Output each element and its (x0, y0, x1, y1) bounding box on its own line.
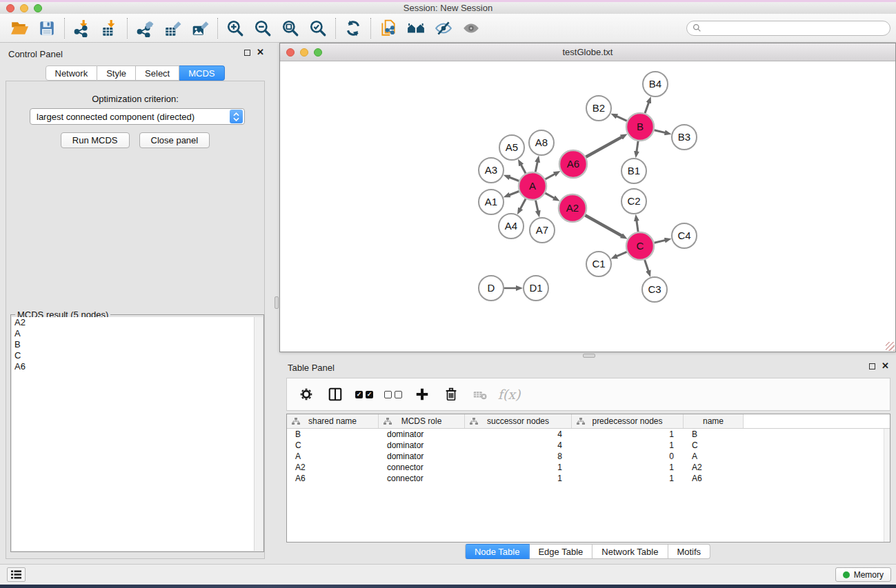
minimize-traffic-light[interactable] (20, 4, 28, 12)
deselect-all-icon[interactable] (382, 383, 404, 405)
node-B2[interactable]: B2 (586, 96, 611, 121)
close-traffic-light[interactable] (286, 48, 295, 57)
mcds-result-item[interactable]: A (12, 328, 263, 339)
edge-A2-C[interactable] (585, 215, 622, 236)
tab-node-table[interactable]: Node Table (465, 544, 530, 559)
node-A2[interactable]: A2 (559, 194, 586, 222)
export-network-icon[interactable] (131, 16, 159, 41)
column-header-shared-name[interactable]: shared name (287, 414, 379, 428)
float-panel-icon[interactable] (244, 50, 250, 56)
tab-select[interactable]: Select (136, 65, 179, 81)
node-A4[interactable]: A4 (499, 214, 524, 239)
edge-A-A5[interactable] (521, 165, 526, 174)
mcds-result-item[interactable]: A2 (12, 317, 263, 328)
node-A6[interactable]: A6 (559, 150, 587, 178)
column-header-successor-nodes[interactable]: successor nodes (465, 414, 572, 428)
edge-A6-B[interactable] (586, 137, 621, 157)
resize-grip-icon[interactable] (886, 342, 895, 351)
refresh-icon[interactable] (339, 16, 367, 41)
save-session-icon[interactable] (33, 16, 61, 41)
run-mcds-button[interactable]: Run MCDS (61, 132, 130, 148)
import-table-icon[interactable] (96, 16, 123, 41)
edge-A-A1[interactable] (509, 192, 519, 195)
tab-motifs[interactable]: Motifs (668, 544, 710, 559)
column-header-mcds-role[interactable]: MCDS role (379, 414, 465, 428)
close-panel-icon[interactable]: ✕ (257, 49, 264, 56)
table-row[interactable]: A2connector11A2 (287, 462, 890, 473)
import-network-icon[interactable] (68, 16, 96, 41)
node-A3[interactable]: A3 (479, 158, 504, 183)
edge-A-A8[interactable] (535, 161, 537, 172)
zoom-traffic-light[interactable] (314, 48, 322, 57)
tab-style[interactable]: Style (97, 65, 136, 81)
edge-A-A4[interactable] (520, 199, 526, 210)
delete-trash-icon[interactable] (440, 383, 462, 405)
node-B4[interactable]: B4 (643, 72, 668, 97)
node-B1[interactable]: B1 (621, 159, 646, 183)
column-header-name[interactable]: name (684, 414, 744, 428)
result-list-scrollbar[interactable] (254, 317, 263, 551)
node-B3[interactable]: B3 (672, 125, 697, 150)
tab-network-table[interactable]: Network Table (593, 544, 668, 559)
table-settings-gear-icon[interactable] (295, 383, 317, 405)
edge-A-A2[interactable] (545, 193, 554, 198)
node-A8[interactable]: A8 (529, 130, 554, 155)
edge-B-B3[interactable] (654, 130, 665, 133)
export-image-icon[interactable] (186, 16, 214, 41)
table-row[interactable]: Bdominator41B (287, 429, 890, 440)
mcds-result-item[interactable]: A6 (12, 361, 263, 372)
zoom-selected-icon[interactable] (304, 16, 332, 41)
edge-C-C1[interactable] (617, 252, 627, 256)
mcds-result-item[interactable]: B (12, 339, 263, 350)
node-D[interactable]: D (479, 276, 504, 301)
edge-A-A7[interactable] (535, 201, 538, 212)
node-C1[interactable]: C1 (586, 252, 611, 276)
close-panel-icon[interactable]: ✕ (882, 363, 889, 369)
close-panel-button[interactable]: Close panel (139, 132, 210, 148)
home-layout-icon[interactable] (402, 16, 430, 41)
search-input[interactable] (705, 23, 884, 33)
open-file-icon[interactable] (6, 16, 33, 41)
panel-toggle-button[interactable] (7, 567, 26, 582)
copy-network-icon[interactable] (375, 16, 402, 41)
edge-C-C4[interactable] (654, 240, 665, 243)
table-row[interactable]: Cdominator41C (287, 440, 890, 451)
table-row[interactable]: A6connector11A6 (287, 473, 890, 484)
zoom-fit-icon[interactable] (277, 16, 304, 41)
edge-C-C3[interactable] (645, 260, 649, 272)
table-row[interactable]: Adominator80A (287, 451, 890, 462)
edge-B-B2[interactable] (617, 116, 627, 121)
zoom-in-icon[interactable] (221, 16, 249, 41)
node-C[interactable]: C (626, 232, 654, 260)
edge-A-A6[interactable] (545, 174, 555, 179)
node-A5[interactable]: A5 (499, 135, 524, 160)
add-icon[interactable] (411, 383, 433, 405)
minimize-traffic-light[interactable] (300, 48, 308, 57)
node-C3[interactable]: C3 (642, 277, 667, 302)
edge-C-C2[interactable] (637, 221, 638, 232)
close-traffic-light[interactable] (6, 4, 14, 12)
float-panel-icon[interactable] (869, 363, 875, 369)
node-D1[interactable]: D1 (524, 276, 548, 301)
node-C2[interactable]: C2 (621, 189, 646, 214)
node-A[interactable]: A (519, 172, 546, 200)
table-scrollbar[interactable] (884, 429, 890, 542)
node-B[interactable]: B (626, 113, 654, 141)
tab-mcds[interactable]: MCDS (179, 65, 224, 81)
edge-B-B4[interactable] (645, 102, 649, 113)
column-header-predecessor-nodes[interactable]: predecessor nodes (572, 414, 684, 428)
network-canvas[interactable]: AA1A2A3A4A5A6A7A8BB1B2B3B4CC1C2C3C4DD1 (280, 61, 895, 352)
splitter-handle-bottom[interactable] (583, 354, 595, 358)
tab-network[interactable]: Network (45, 65, 97, 81)
edge-B-B1[interactable] (637, 141, 638, 152)
mcds-result-list[interactable]: A2ABCA6 (12, 317, 263, 551)
mcds-result-item[interactable]: C (12, 350, 263, 361)
hide-selected-eye-icon[interactable] (430, 16, 457, 41)
zoom-traffic-light[interactable] (34, 4, 42, 12)
node-C4[interactable]: C4 (672, 223, 697, 248)
splitter-handle-left[interactable] (275, 296, 279, 309)
network-window-titlebar[interactable]: testGlobe.txt (280, 43, 895, 61)
export-table-icon[interactable] (159, 16, 186, 41)
tab-edge-table[interactable]: Edge Table (529, 544, 593, 559)
node-A1[interactable]: A1 (479, 190, 504, 214)
